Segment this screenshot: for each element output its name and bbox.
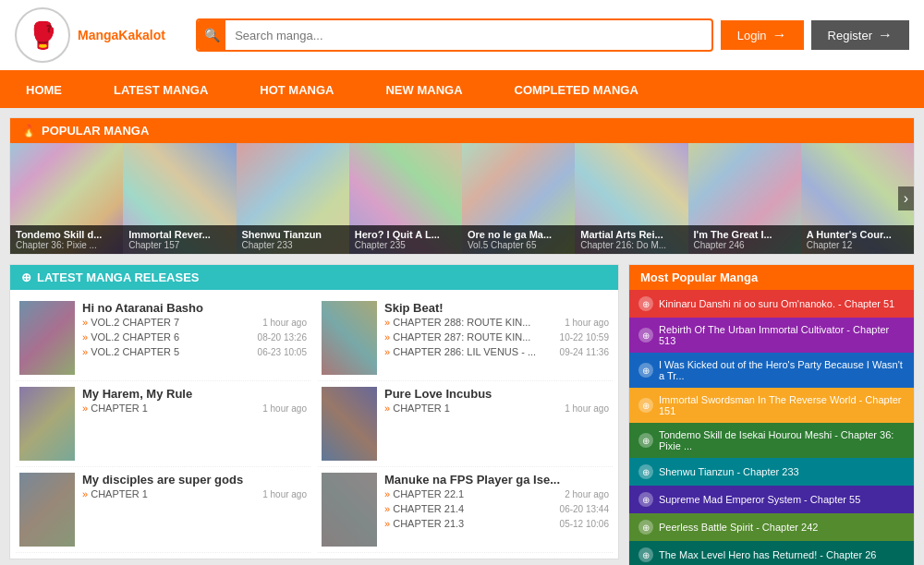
chapter-time: 10-22 10:59 [560, 332, 609, 343]
popular-item[interactable]: I'm The Great I... Chapter 246 [688, 143, 801, 254]
search-box: 🔍 [196, 18, 713, 52]
list-item: My disciples are super gods CHAPTER 1 1 … [16, 467, 310, 553]
manga-title[interactable]: Hi no Ataranai Basho [82, 301, 307, 315]
chapter-row: CHAPTER 287: ROUTE KIN... 10-22 10:59 [384, 330, 609, 344]
popular-chapter: Vol.5 Chapter 65 [468, 240, 569, 250]
manga-title[interactable]: Manuke na FPS Player ga Ise... [384, 473, 609, 487]
manga-details: Skip Beat! CHAPTER 288: ROUTE KIN... 1 h… [384, 301, 609, 375]
popular-chapter: Chapter 246 [694, 240, 796, 250]
popular-item[interactable]: Shenwu Tianzun Chapter 233 [237, 143, 349, 254]
popular-info: Tondemo Skill d... Chapter 36: Pixie ... [10, 225, 123, 254]
popular-item[interactable]: Hero? I Quit A L... Chapter 235 [349, 143, 462, 254]
nav-item-latest[interactable]: LATEST MANGA [88, 72, 234, 108]
chapter-link[interactable]: CHAPTER 21.4 [384, 503, 464, 514]
chapter-time: 08-20 13:26 [258, 332, 307, 343]
popular-manga-grid: Tondemo Skill d... Chapter 36: Pixie ...… [10, 143, 914, 254]
nav-item-hot[interactable]: HOT MANGA [234, 72, 359, 108]
chapter-time: 1 hour ago [262, 403, 307, 414]
most-popular-header: Most Popular Manga [629, 265, 914, 290]
most-popular-item[interactable]: ⊕ Supreme Mad Emperor System - Chapter 5… [629, 486, 914, 513]
most-popular-item[interactable]: ⊕ I Was Kicked out of the Hero's Party B… [629, 353, 914, 388]
chapter-link[interactable]: CHAPTER 21.3 [384, 518, 464, 529]
circle-icon: ⊕ [638, 547, 653, 562]
popular-item[interactable]: Tondemo Skill d... Chapter 36: Pixie ... [10, 143, 123, 254]
popular-item-label: The Max Level Hero has Returned! - Chapt… [659, 549, 876, 560]
popular-item[interactable]: Ore no Ie ga Ma... Vol.5 Chapter 65 [462, 143, 575, 254]
chapter-link[interactable]: CHAPTER 1 [384, 403, 450, 414]
chapter-link[interactable]: CHAPTER 286: LIL VENUS - ... [384, 346, 536, 357]
popular-item-label: Rebirth Of The Urban Immortal Cultivator… [659, 324, 905, 346]
popular-title: Tondemo Skill d... [16, 229, 117, 240]
manga-details: My disciples are super gods CHAPTER 1 1 … [82, 473, 307, 547]
chapter-row: VOL.2 CHAPTER 6 08-20 13:26 [82, 330, 307, 344]
popular-info: Hero? I Quit A L... Chapter 235 [349, 225, 462, 254]
manga-title[interactable]: My Harem, My Rule [82, 387, 307, 401]
popular-item-label: Immortal Swordsman In The Reverse World … [659, 394, 905, 416]
nav-item-new[interactable]: NEW MANGA [359, 72, 488, 108]
popular-title: I'm The Great I... [694, 229, 796, 240]
circle-icon: ⊕ [638, 296, 653, 311]
manga-thumbnail [19, 387, 75, 461]
popular-next-icon[interactable]: › [898, 186, 914, 210]
chapter-time: 05-12 10:06 [560, 519, 609, 529]
popular-item[interactable]: Immortal Rever... Chapter 157 [123, 143, 236, 254]
circle-icon: ⊕ [638, 520, 653, 535]
chapter-link[interactable]: VOL.2 CHAPTER 5 [82, 346, 179, 357]
fire-icon: 🔥 [21, 124, 36, 138]
logo-character: 🥊 [27, 20, 59, 51]
manga-thumbnail [19, 473, 75, 547]
chapter-link[interactable]: VOL.2 CHAPTER 6 [82, 331, 179, 343]
list-item: Skip Beat! CHAPTER 288: ROUTE KIN... 1 h… [318, 295, 613, 381]
chapter-time: 09-24 11:36 [560, 347, 609, 357]
most-popular-item[interactable]: ⊕ Tondemo Skill de Isekai Hourou Meshi -… [629, 423, 914, 458]
popular-item[interactable]: A Hunter's Cour... Chapter 12 › [801, 143, 914, 254]
logo[interactable]: 🥊 MangaKakalot [15, 7, 181, 63]
popular-chapter: Chapter 216: Do M... [580, 240, 682, 250]
most-popular-item[interactable]: ⊕ Kininaru Danshi ni oo suru Om'nanoko. … [629, 290, 914, 318]
most-popular-item[interactable]: ⊕ Shenwu Tianzun - Chapter 233 [629, 458, 914, 486]
two-column-layout: ⊕ LATEST MANGA RELEASES Hi no Ataranai B… [9, 264, 915, 565]
chapter-time: 06-23 10:05 [258, 347, 307, 357]
main-navigation: HOME LATEST MANGA HOT MANGA NEW MANGA CO… [0, 72, 924, 108]
most-popular-item[interactable]: ⊕ Peerless Battle Spirit - Chapter 242 [629, 513, 914, 541]
manga-thumbnail [322, 387, 377, 461]
search-icon: 🔍 [198, 20, 225, 50]
manga-row: My Harem, My Rule CHAPTER 1 1 hour ago P… [16, 381, 613, 467]
chapter-row: CHAPTER 21.3 05-12 10:06 [384, 516, 609, 531]
manga-row: My disciples are super gods CHAPTER 1 1 … [16, 467, 613, 553]
manga-thumbnail [322, 301, 377, 375]
popular-info: A Hunter's Cour... Chapter 12 [801, 225, 914, 254]
chapter-link[interactable]: CHAPTER 288: ROUTE KIN... [384, 317, 530, 328]
most-popular-item[interactable]: ⊕ Immortal Swordsman In The Reverse Worl… [629, 388, 914, 423]
nav-item-home[interactable]: HOME [0, 72, 88, 108]
site-header: 🥊 MangaKakalot 🔍 Login → Register → [0, 0, 924, 72]
popular-item-label: Tondemo Skill de Isekai Hourou Meshi - C… [659, 429, 905, 451]
manga-title[interactable]: Skip Beat! [384, 301, 609, 315]
chapter-row: VOL.2 CHAPTER 5 06-23 10:05 [82, 344, 307, 359]
manga-title[interactable]: My disciples are super gods [82, 473, 307, 487]
popular-item-label: Shenwu Tianzun - Chapter 233 [659, 466, 799, 477]
chapter-link[interactable]: VOL.2 CHAPTER 7 [82, 317, 179, 328]
chapter-link[interactable]: CHAPTER 1 [82, 488, 148, 499]
popular-manga-header: 🔥 POPULAR MANGA [10, 118, 914, 143]
chapter-row: CHAPTER 1 1 hour ago [384, 401, 609, 415]
manga-title[interactable]: Pure Love Incubus [384, 387, 609, 401]
chapter-time: 1 hour ago [262, 489, 307, 499]
nav-item-completed[interactable]: COMPLETED MANGA [489, 72, 664, 108]
chapter-link[interactable]: CHAPTER 1 [82, 403, 148, 414]
search-input[interactable] [225, 23, 711, 48]
popular-item[interactable]: Martial Arts Rei... Chapter 216: Do M... [575, 143, 687, 254]
register-button[interactable]: Register → [811, 20, 909, 50]
list-item: Pure Love Incubus CHAPTER 1 1 hour ago [318, 381, 613, 467]
left-column: ⊕ LATEST MANGA RELEASES Hi no Ataranai B… [9, 264, 619, 565]
popular-chapter: Chapter 36: Pixie ... [16, 240, 117, 250]
most-popular-item[interactable]: ⊕ Rebirth Of The Urban Immortal Cultivat… [629, 318, 914, 353]
chapter-link[interactable]: CHAPTER 287: ROUTE KIN... [384, 331, 530, 343]
popular-item-label: Kininaru Danshi ni oo suru Om'nanoko. - … [659, 298, 894, 309]
most-popular-item[interactable]: ⊕ The Max Level Hero has Returned! - Cha… [629, 541, 914, 565]
circle-icon: ⊕ [638, 492, 653, 507]
login-button[interactable]: Login → [721, 20, 804, 50]
chapter-link[interactable]: CHAPTER 22.1 [384, 488, 464, 499]
popular-chapter: Chapter 235 [355, 240, 456, 250]
most-popular-list: ⊕ Kininaru Danshi ni oo suru Om'nanoko. … [629, 290, 914, 565]
